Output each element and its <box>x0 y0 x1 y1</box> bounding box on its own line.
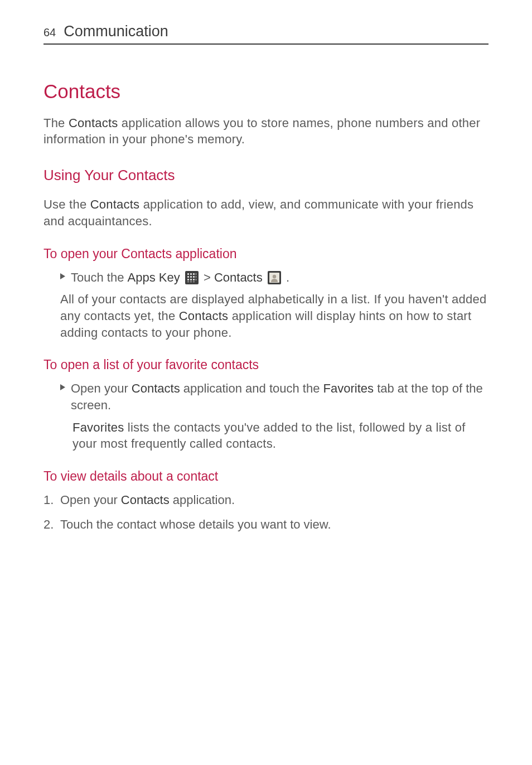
intro-paragraph: The Contacts application allows you to s… <box>43 115 489 148</box>
text-bold: Contacts <box>132 381 180 395</box>
text: application and touch the <box>180 381 323 395</box>
sub-open-app-body: All of your contacts are displayed alpha… <box>43 291 489 341</box>
numbered-steps: Open your Contacts application. Touch th… <box>43 492 489 532</box>
text-bold: Contacts <box>214 270 263 284</box>
svg-rect-3 <box>190 273 192 275</box>
bullet-text: Touch the Apps Key > Contacts . <box>71 269 489 286</box>
text: Touch the <box>71 270 128 284</box>
svg-rect-5 <box>196 273 196 275</box>
text-bold: Favorites <box>323 381 374 395</box>
bullet-text: Open your Contacts application and touch… <box>71 380 489 413</box>
chapter-title: Communication <box>64 21 168 41</box>
text: application. <box>170 493 235 507</box>
svg-rect-12 <box>193 279 195 280</box>
page-header: 64 Communication <box>43 21 489 45</box>
section-heading-using-contacts: Using Your Contacts <box>43 166 489 185</box>
bullet-triangle-icon <box>60 273 65 279</box>
text: Open your <box>60 493 121 507</box>
text: Use the <box>43 197 90 211</box>
page-title: Contacts <box>43 78 489 104</box>
text: Touch the contact whose details you want… <box>60 517 331 531</box>
svg-rect-8 <box>193 276 195 278</box>
svg-rect-11 <box>190 279 192 280</box>
text-bold: Contacts <box>69 116 118 130</box>
svg-rect-14 <box>187 282 189 282</box>
svg-rect-7 <box>190 276 192 278</box>
svg-rect-13 <box>196 279 196 280</box>
svg-rect-2 <box>187 273 189 275</box>
page-number: 64 <box>43 25 56 40</box>
list-item: Open your Contacts application and touch… <box>43 380 489 413</box>
text-bold: Contacts <box>179 309 229 323</box>
sub-favorites-body: Favorites lists the contacts you've adde… <box>43 419 489 452</box>
text-bold: Favorites <box>72 420 124 434</box>
svg-rect-10 <box>187 279 189 280</box>
svg-marker-20 <box>60 384 65 390</box>
text-bold: Apps Key <box>128 270 180 284</box>
text: . <box>283 270 289 284</box>
svg-rect-6 <box>187 276 189 278</box>
svg-rect-9 <box>196 276 196 278</box>
text: The <box>43 116 69 130</box>
text-bold: Contacts <box>121 493 170 507</box>
svg-rect-15 <box>190 282 192 282</box>
subheading-view-details: To view details about a contact <box>43 468 489 485</box>
text-bold: Contacts <box>90 197 140 211</box>
svg-marker-0 <box>60 273 65 279</box>
section1-body: Use the Contacts application to add, vie… <box>43 196 489 229</box>
apps-key-icon <box>185 271 199 284</box>
bullet-triangle-icon <box>60 384 65 390</box>
step-2: Touch the contact whose details you want… <box>43 516 489 533</box>
step-1: Open your Contacts application. <box>43 492 489 509</box>
text: Open your <box>71 381 132 395</box>
text: lists the contacts you've added to the l… <box>72 420 466 451</box>
text: > <box>204 270 214 284</box>
contacts-icon <box>268 271 281 284</box>
subheading-open-favorites: To open a list of your favorite contacts <box>43 356 489 374</box>
svg-rect-4 <box>193 273 195 275</box>
subheading-open-contacts-app: To open your Contacts application <box>43 245 489 263</box>
svg-point-19 <box>273 274 276 278</box>
list-item: Touch the Apps Key > Contacts . <box>43 269 489 286</box>
svg-rect-16 <box>193 282 195 282</box>
